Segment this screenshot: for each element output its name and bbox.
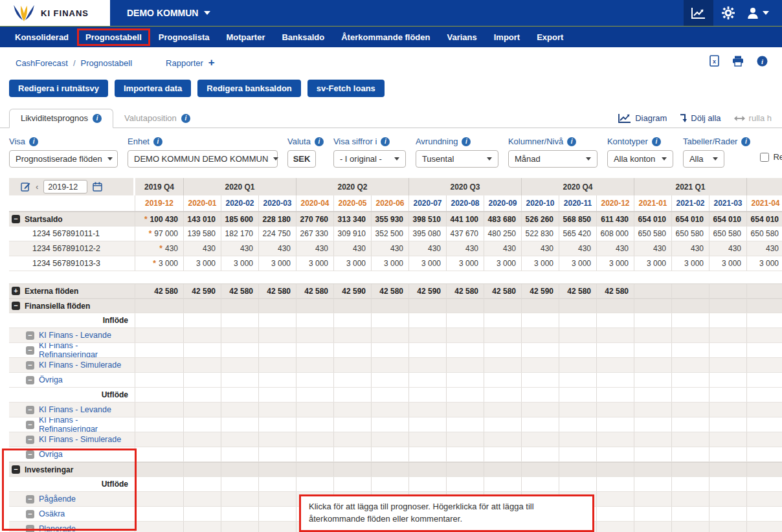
info-icon[interactable]: i bbox=[757, 56, 768, 67]
collapse-icon[interactable]: − bbox=[26, 331, 34, 340]
value-cell[interactable] bbox=[372, 343, 409, 357]
nav-item-export[interactable]: Export bbox=[528, 28, 572, 46]
value-cell[interactable] bbox=[597, 388, 634, 402]
value-cell[interactable] bbox=[296, 417, 334, 432]
value-cell[interactable] bbox=[672, 313, 709, 327]
value-cell[interactable] bbox=[672, 403, 709, 417]
value-cell[interactable]: 430 bbox=[559, 241, 597, 256]
value-cell[interactable] bbox=[634, 343, 672, 357]
period-input[interactable] bbox=[43, 180, 87, 194]
value-cell[interactable] bbox=[259, 417, 296, 432]
value-cell[interactable] bbox=[296, 447, 334, 461]
value-cell[interactable]: 430 bbox=[296, 241, 334, 256]
value-cell[interactable]: 224 750 bbox=[259, 227, 296, 241]
value-cell[interactable] bbox=[184, 477, 221, 491]
value-cell[interactable]: 611 430 bbox=[597, 212, 634, 226]
nav-item-prognoslista[interactable]: Prognoslista bbox=[150, 28, 218, 46]
collapse-icon[interactable]: − bbox=[26, 495, 34, 504]
value-cell[interactable] bbox=[259, 373, 296, 387]
checkbox[interactable] bbox=[760, 153, 769, 162]
value-cell[interactable]: 3 000 bbox=[559, 256, 597, 271]
value-cell[interactable] bbox=[259, 522, 296, 532]
value-cell[interactable] bbox=[334, 343, 372, 357]
value-cell[interactable] bbox=[634, 432, 672, 447]
value-cell[interactable] bbox=[709, 328, 747, 342]
value-cell[interactable] bbox=[259, 492, 296, 506]
row-label-övriga[interactable]: −Övriga bbox=[9, 447, 135, 461]
value-cell[interactable] bbox=[522, 403, 559, 417]
value-cell[interactable] bbox=[672, 463, 709, 476]
value-cell[interactable] bbox=[484, 417, 522, 432]
value-cell[interactable] bbox=[672, 492, 709, 506]
value-cell[interactable] bbox=[372, 463, 409, 476]
value-cell[interactable]: 430 bbox=[634, 241, 672, 256]
value-cell[interactable] bbox=[747, 417, 782, 432]
value-cell[interactable] bbox=[221, 373, 259, 387]
value-cell[interactable] bbox=[184, 417, 221, 432]
value-cell[interactable]: 139 580 bbox=[184, 227, 221, 241]
value-cell[interactable]: 441 100 bbox=[447, 212, 484, 226]
value-cell[interactable]: 430 bbox=[409, 241, 447, 256]
value-cell[interactable]: 526 260 bbox=[522, 212, 559, 226]
row-label-ki-finans-simulerade[interactable]: −KI Finans - Simulerade bbox=[9, 432, 135, 447]
value-cell[interactable] bbox=[372, 299, 409, 313]
value-cell[interactable] bbox=[484, 328, 522, 342]
user-menu[interactable] bbox=[743, 0, 782, 26]
row-label-ki-finans-simulerade[interactable]: −KI Finans - Simulerade bbox=[9, 358, 135, 372]
collapse-icon[interactable]: − bbox=[26, 361, 34, 370]
value-cell[interactable] bbox=[447, 417, 484, 432]
value-cell[interactable] bbox=[672, 358, 709, 372]
collapse-icon[interactable]: − bbox=[12, 465, 20, 474]
value-cell[interactable]: 42 580 bbox=[221, 284, 259, 298]
value-cell[interactable] bbox=[259, 343, 296, 357]
value-cell[interactable]: 568 850 bbox=[559, 212, 597, 226]
value-cell[interactable]: 267 330 bbox=[296, 227, 334, 241]
value-cell[interactable] bbox=[597, 358, 634, 372]
value-cell[interactable]: 430 bbox=[597, 241, 634, 256]
value-cell[interactable] bbox=[484, 373, 522, 387]
value-cell[interactable] bbox=[184, 328, 221, 342]
value-cell[interactable]: 430 bbox=[259, 241, 296, 256]
enhet-select[interactable]: DEMO KOMMUN DEMO KOMMUN bbox=[128, 150, 278, 168]
value-cell[interactable] bbox=[747, 403, 782, 417]
value-cell[interactable] bbox=[409, 463, 447, 476]
value-cell[interactable] bbox=[135, 388, 184, 402]
info-icon[interactable]: i bbox=[567, 137, 576, 146]
value-cell[interactable]: 395 080 bbox=[409, 227, 447, 241]
value-cell[interactable]: 430 bbox=[334, 241, 372, 256]
visa-select[interactable]: Prognostiserade flöden bbox=[9, 150, 118, 168]
value-cell[interactable] bbox=[372, 403, 409, 417]
value-cell[interactable]: 430 bbox=[709, 241, 747, 256]
value-cell[interactable] bbox=[184, 373, 221, 387]
value-cell[interactable] bbox=[559, 299, 597, 313]
value-cell[interactable] bbox=[135, 522, 184, 532]
info-icon[interactable]: i bbox=[741, 137, 750, 146]
value-cell[interactable] bbox=[597, 299, 634, 313]
value-cell[interactable] bbox=[484, 447, 522, 461]
value-cell[interactable] bbox=[135, 299, 184, 313]
value-cell[interactable] bbox=[634, 447, 672, 461]
collapse-icon[interactable]: − bbox=[26, 525, 34, 532]
value-cell[interactable]: 608 000 bbox=[597, 227, 634, 241]
value-cell[interactable] bbox=[559, 463, 597, 476]
value-cell[interactable]: 3 000 bbox=[409, 256, 447, 271]
collapse-icon[interactable]: − bbox=[26, 450, 34, 459]
value-cell[interactable] bbox=[597, 492, 634, 506]
value-cell[interactable] bbox=[672, 373, 709, 387]
value-cell[interactable]: 650 580 bbox=[709, 227, 747, 241]
value-cell[interactable] bbox=[372, 477, 409, 491]
value-cell[interactable]: 3 000 bbox=[372, 256, 409, 271]
value-cell[interactable] bbox=[135, 492, 184, 506]
value-cell[interactable] bbox=[135, 313, 184, 327]
tabeller-rader-select[interactable]: Alla bbox=[683, 150, 724, 168]
value-cell[interactable] bbox=[559, 343, 597, 357]
collapse-icon[interactable]: − bbox=[26, 406, 34, 414]
value-cell[interactable] bbox=[447, 477, 484, 491]
nav-item-prognostabell[interactable]: Prognostabell bbox=[77, 28, 150, 46]
value-cell[interactable] bbox=[135, 373, 184, 387]
value-cell[interactable] bbox=[259, 463, 296, 476]
value-cell[interactable] bbox=[221, 432, 259, 447]
value-cell[interactable] bbox=[484, 463, 522, 476]
value-cell[interactable] bbox=[559, 328, 597, 342]
excel-export-icon[interactable]: x bbox=[709, 55, 719, 67]
